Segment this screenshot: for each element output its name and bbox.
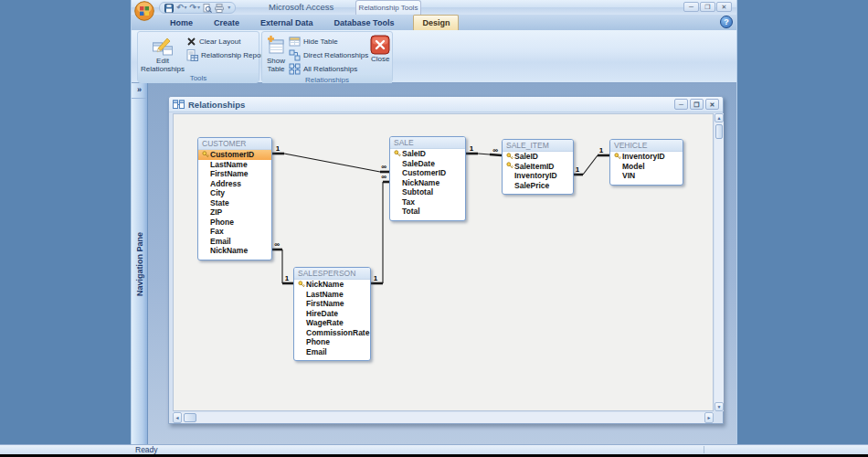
hide-table-button[interactable]: Hide Table [289, 36, 368, 48]
status-bar-divider [704, 446, 704, 453]
table-sale_item[interactable]: SALE_ITEMSaleIDSaleItemIDInventoryIDSale… [502, 139, 574, 195]
direct-relationships-button[interactable]: Direct Relationships [289, 49, 368, 61]
vertical-scrollbar[interactable]: ▲ ▼ [715, 113, 724, 411]
print-preview-button[interactable] [203, 4, 212, 13]
field-row-lastname[interactable]: LastName [294, 290, 370, 300]
table-header-sale_item[interactable]: SALE_ITEM [503, 140, 573, 152]
scroll-right-button[interactable]: ► [704, 412, 714, 423]
app-restore-button[interactable]: ❐ [700, 2, 715, 12]
relationships-canvas[interactable]: 1∞1∞1∞1∞11 CUSTOMERCustomerIDLastNameFir… [173, 113, 714, 411]
navigation-pane-collapsed[interactable]: » Navigation Pane [132, 83, 148, 444]
tab-external-data[interactable]: External Data [252, 16, 322, 30]
field-row-email[interactable]: Email [294, 347, 370, 357]
ribbon-group-tools: Edit Relationships Clear Layout [137, 31, 259, 82]
table-vehicle[interactable]: VEHICLEInventoryIDModelVIN [609, 139, 683, 186]
table-header-salesperson[interactable]: SALESPERSON [294, 268, 370, 280]
field-row-vin[interactable]: VIN [610, 171, 683, 181]
field-row-saleid[interactable]: SaleID [503, 152, 573, 162]
close-button[interactable]: Close [370, 34, 390, 75]
field-row-commissionrate[interactable]: CommissionRate [294, 328, 370, 338]
field-row-phone[interactable]: Phone [294, 337, 370, 347]
direct-relationships-label: Direct Relationships [303, 51, 368, 59]
tab-design[interactable]: Design [413, 15, 459, 30]
save-button[interactable] [164, 4, 174, 13]
relationship-connector[interactable]: 1∞ [466, 144, 502, 155]
customize-qat-button[interactable]: ▾ [227, 3, 230, 13]
field-row-phone[interactable]: Phone [198, 218, 271, 228]
doc-minimize-button[interactable]: ─ [674, 99, 688, 110]
table-customer[interactable]: CUSTOMERCustomerIDLastNameFirstNameAddre… [197, 137, 272, 260]
scroll-down-button[interactable]: ▼ [715, 402, 724, 411]
field-row-saleprice[interactable]: SalePrice [503, 181, 573, 191]
office-button[interactable] [134, 1, 154, 21]
print-button[interactable] [215, 4, 224, 13]
redo-button[interactable]: ↷▾ [190, 3, 201, 13]
edit-relationships-button[interactable]: Edit Relationships [141, 34, 185, 73]
horizontal-scroll-thumb[interactable] [184, 413, 196, 422]
relationship-connector[interactable]: 1∞ [272, 144, 389, 172]
field-row-inventoryid[interactable]: InventoryID [610, 152, 683, 162]
field-row-wagerate[interactable]: WageRate [294, 318, 370, 328]
field-row-subtotal[interactable]: Subtotal [390, 187, 465, 197]
field-row-zip[interactable]: ZIP [198, 207, 271, 218]
field-name: City [210, 188, 225, 197]
horizontal-scrollbar[interactable]: ◄ ► [173, 412, 714, 423]
doc-restore-button[interactable]: ❐ [690, 99, 704, 110]
relationship-connector[interactable]: 1∞ [371, 173, 389, 283]
show-table-button[interactable]: Show Table [265, 34, 287, 75]
scroll-up-button[interactable]: ▲ [715, 113, 724, 122]
vertical-scroll-thumb[interactable] [715, 124, 723, 139]
field-row-saleid[interactable]: SaleID [390, 149, 465, 159]
field-name: Subtotal [402, 187, 433, 197]
field-row-nickname[interactable]: NickName [198, 246, 271, 256]
field-row-hiredate[interactable]: HireDate [294, 309, 370, 319]
field-row-saledate[interactable]: SaleDate [390, 159, 465, 169]
table-header-sale[interactable]: SALE [390, 137, 465, 149]
app-close-button[interactable]: ✕ [716, 2, 732, 12]
contextual-tab-group-label: Relationship Tools [355, 0, 421, 15]
field-row-address[interactable]: Address [198, 179, 271, 189]
relationship-report-button[interactable]: Relationship Report [186, 49, 265, 61]
all-relationships-button[interactable]: All Relationships [289, 63, 368, 75]
quick-access-toolbar: ↶▾ ↷▾ ▾ [159, 2, 236, 14]
field-row-email[interactable]: Email [198, 237, 271, 247]
workspace: » Navigation Pane Relationships ─ [132, 83, 736, 444]
field-row-customerid[interactable]: CustomerID [198, 150, 271, 160]
field-row-total[interactable]: Total [390, 207, 465, 217]
field-row-inventoryid[interactable]: InventoryID [503, 171, 573, 181]
field-row-nickname[interactable]: NickName [294, 280, 370, 290]
print-icon [215, 4, 224, 13]
relationship-connector[interactable]: 11 [574, 146, 609, 175]
field-name: SalePrice [514, 181, 549, 190]
field-row-fax[interactable]: Fax [198, 227, 271, 237]
relationships-window-titlebar[interactable]: Relationships ─ ❐ ✕ [169, 97, 723, 112]
field-row-customerid[interactable]: CustomerID [390, 168, 465, 178]
table-header-vehicle[interactable]: VEHICLE [610, 140, 683, 152]
app-minimize-button[interactable]: ─ [683, 2, 699, 12]
table-salesperson[interactable]: SALESPERSONNickNameLastNameFirstNameHire… [293, 267, 371, 361]
cardinality-label: 1 [576, 165, 580, 174]
undo-button[interactable]: ↶▾ [176, 3, 187, 13]
field-row-firstname[interactable]: FirstName [294, 299, 370, 309]
field-row-saleitemid[interactable]: SaleItemID [503, 162, 573, 172]
help-button[interactable]: ? [720, 16, 733, 28]
field-row-lastname[interactable]: LastName [198, 160, 271, 170]
relationship-connector[interactable]: 1∞ [272, 240, 293, 283]
all-relationships-icon [289, 63, 301, 75]
tab-database-tools[interactable]: Database Tools [326, 16, 403, 30]
field-row-firstname[interactable]: FirstName [198, 169, 271, 179]
field-row-model[interactable]: Model [610, 162, 683, 172]
field-row-city[interactable]: City [198, 188, 271, 198]
field-row-tax[interactable]: Tax [390, 197, 465, 207]
field-row-nickname[interactable]: NickName [390, 178, 465, 188]
table-header-customer[interactable]: CUSTOMER [198, 138, 271, 150]
doc-close-button[interactable]: ✕ [705, 99, 719, 110]
navigation-pane-expand-button[interactable]: » [132, 83, 147, 99]
scroll-left-button[interactable]: ◄ [173, 412, 182, 423]
field-row-state[interactable]: State [198, 198, 271, 208]
clear-layout-button[interactable]: Clear Layout [186, 36, 265, 48]
table-sale[interactable]: SALESaleIDSaleDateCustomerIDNickNameSubt… [389, 136, 466, 221]
tab-create[interactable]: Create [206, 16, 248, 30]
screenshot-stage: ↶▾ ↷▾ ▾ Micro [0, 0, 868, 457]
tab-home[interactable]: Home [162, 16, 201, 30]
